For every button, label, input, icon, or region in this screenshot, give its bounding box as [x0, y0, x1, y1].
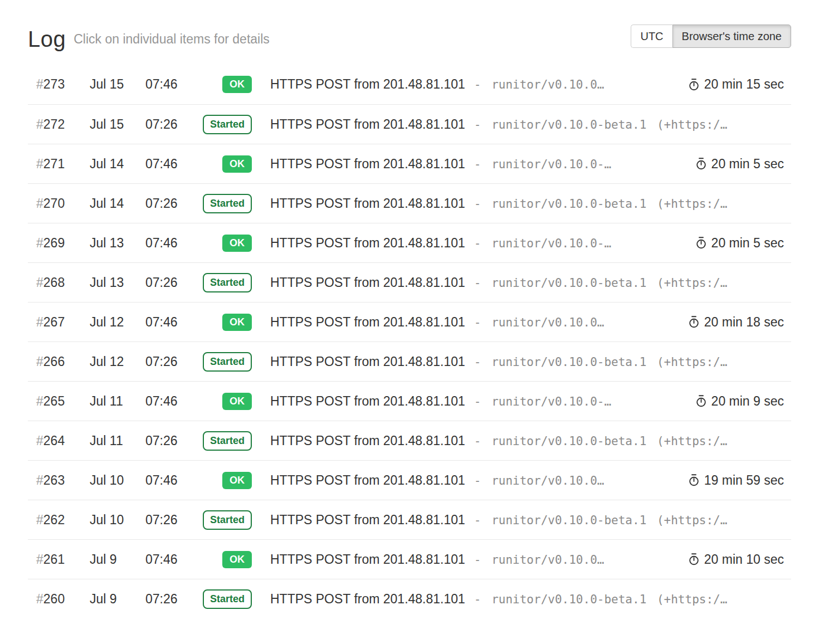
status-badge-cell: Started — [199, 510, 252, 530]
event-description: HTTPS POST from 201.48.81.101 - runitor/… — [270, 196, 791, 211]
log-row[interactable]: #262 Jul 10 07:26 Started HTTPS POST fro… — [28, 500, 791, 539]
event-date: Jul 9 — [90, 592, 145, 607]
hash-prefix: # — [36, 117, 43, 131]
hash-prefix: # — [36, 315, 43, 329]
user-agent-text: - runitor/v0.10.0… — [474, 553, 604, 567]
duration-cell: 20 min 10 sec — [688, 552, 784, 567]
status-badge: OK — [222, 472, 252, 489]
request-source-text: HTTPS POST from 201.48.81.101 — [270, 394, 465, 409]
log-row[interactable]: #270 Jul 14 07:26 Started HTTPS POST fro… — [28, 183, 791, 223]
log-row[interactable]: #260 Jul 9 07:26 Started HTTPS POST from… — [28, 579, 791, 618]
event-description: HTTPS POST from 201.48.81.101 - runitor/… — [270, 236, 685, 251]
event-time: 07:26 — [145, 275, 199, 290]
hash-prefix: # — [36, 592, 43, 606]
log-row[interactable]: #264 Jul 11 07:26 Started HTTPS POST fro… — [28, 421, 791, 460]
request-source-text: HTTPS POST from 201.48.81.101 — [270, 473, 465, 488]
event-time: 07:26 — [145, 117, 199, 132]
event-description: HTTPS POST from 201.48.81.101 - runitor/… — [270, 552, 678, 567]
status-badge-cell: Started — [199, 431, 252, 451]
user-agent-text: - runitor/v0.10.0… — [474, 474, 604, 487]
status-badge: Started — [203, 510, 252, 530]
browser-timezone-button[interactable]: Browser's time zone — [672, 25, 791, 48]
hash-prefix: # — [36, 77, 43, 91]
log-row[interactable]: #268 Jul 13 07:26 Started HTTPS POST fro… — [28, 262, 791, 302]
duration-text: 20 min 5 sec — [711, 236, 784, 251]
duration-cell: 20 min 15 sec — [688, 77, 784, 92]
check-number: #266 — [36, 354, 90, 369]
event-description: HTTPS POST from 201.48.81.101 - runitor/… — [270, 117, 791, 132]
event-time: 07:26 — [145, 513, 199, 528]
log-row[interactable]: #267 Jul 12 07:46 OK HTTPS POST from 201… — [28, 302, 791, 341]
request-source-text: HTTPS POST from 201.48.81.101 — [270, 275, 465, 290]
status-badge: Started — [203, 589, 252, 609]
log-row[interactable]: #261 Jul 9 07:46 OK HTTPS POST from 201.… — [28, 539, 791, 579]
stopwatch-icon — [695, 236, 707, 250]
check-number: #268 — [36, 275, 90, 290]
user-agent-text: - runitor/v0.10.0-beta.1 (+https:/… — [474, 514, 728, 527]
page-subtitle: Click on individual items for details — [74, 32, 270, 47]
status-badge-cell: OK — [199, 393, 252, 410]
duration-cell: 20 min 18 sec — [688, 315, 784, 330]
hash-prefix: # — [36, 433, 43, 448]
event-description: HTTPS POST from 201.48.81.101 - runitor/… — [270, 77, 678, 92]
log-row[interactable]: #263 Jul 10 07:46 OK HTTPS POST from 201… — [28, 460, 791, 500]
check-number: #261 — [36, 552, 90, 567]
log-row[interactable]: #269 Jul 13 07:46 OK HTTPS POST from 201… — [28, 223, 791, 262]
user-agent-text: - runitor/v0.10.0-beta.1 (+https:/… — [474, 593, 728, 606]
user-agent-text: - runitor/v0.10.0… — [474, 78, 604, 91]
event-date: Jul 10 — [90, 513, 145, 528]
user-agent-text: - runitor/v0.10.0-beta.1 (+https:/… — [474, 276, 728, 290]
status-badge: OK — [222, 314, 252, 331]
stopwatch-icon — [688, 474, 700, 487]
duration-text: 20 min 5 sec — [711, 157, 784, 172]
hash-prefix: # — [36, 157, 43, 171]
utc-button[interactable]: UTC — [631, 25, 672, 48]
status-badge-cell: OK — [199, 314, 252, 331]
event-time: 07:26 — [145, 354, 199, 369]
event-time: 07:46 — [145, 157, 199, 172]
check-number: #260 — [36, 592, 90, 607]
duration-cell: 20 min 5 sec — [695, 157, 784, 172]
log-row[interactable]: #265 Jul 11 07:46 OK HTTPS POST from 201… — [28, 381, 791, 421]
event-date: Jul 14 — [90, 157, 145, 172]
log-row[interactable]: #271 Jul 14 07:46 OK HTTPS POST from 201… — [28, 144, 791, 183]
status-badge-cell: Started — [199, 115, 252, 134]
status-badge-cell: Started — [199, 589, 252, 609]
check-number: #271 — [36, 157, 90, 172]
check-number: #269 — [36, 236, 90, 251]
status-badge: OK — [222, 393, 252, 410]
hash-prefix: # — [36, 196, 43, 211]
duration-text: 20 min 18 sec — [704, 315, 784, 330]
event-time: 07:46 — [145, 315, 199, 330]
user-agent-text: - runitor/v0.10.0-beta.1 (+https:/… — [474, 355, 728, 369]
duration-text: 20 min 15 sec — [704, 77, 784, 92]
request-source-text: HTTPS POST from 201.48.81.101 — [270, 592, 465, 607]
user-agent-text: - runitor/v0.10.0-… — [474, 395, 611, 408]
event-date: Jul 15 — [90, 77, 145, 92]
status-badge-cell: OK — [199, 235, 252, 252]
user-agent-text: - runitor/v0.10.0… — [474, 316, 604, 329]
hash-prefix: # — [36, 473, 43, 487]
request-source-text: HTTPS POST from 201.48.81.101 — [270, 157, 465, 172]
request-source-text: HTTPS POST from 201.48.81.101 — [270, 196, 465, 211]
log-row[interactable]: #266 Jul 12 07:26 Started HTTPS POST fro… — [28, 341, 791, 381]
event-description: HTTPS POST from 201.48.81.101 - runitor/… — [270, 315, 678, 330]
event-date: Jul 11 — [90, 433, 145, 448]
log-row[interactable]: #273 Jul 15 07:46 OK HTTPS POST from 201… — [28, 65, 791, 104]
page-title: Log — [28, 27, 66, 52]
user-agent-text: - runitor/v0.10.0-beta.1 (+https:/… — [474, 118, 728, 131]
check-number: #272 — [36, 117, 90, 132]
status-badge: Started — [203, 431, 252, 451]
event-date: Jul 9 — [90, 552, 145, 567]
event-time: 07:26 — [145, 592, 199, 607]
event-description: HTTPS POST from 201.48.81.101 - runitor/… — [270, 394, 685, 409]
hash-prefix: # — [36, 354, 43, 369]
duration-text: 20 min 10 sec — [704, 552, 784, 567]
status-badge: Started — [203, 115, 252, 134]
log-row[interactable]: #272 Jul 15 07:26 Started HTTPS POST fro… — [28, 104, 791, 144]
status-badge-cell: OK — [199, 76, 252, 93]
log-page: Log Click on individual items for detail… — [28, 25, 791, 618]
event-description: HTTPS POST from 201.48.81.101 - runitor/… — [270, 592, 791, 607]
check-number: #265 — [36, 394, 90, 409]
event-date: Jul 11 — [90, 394, 145, 409]
